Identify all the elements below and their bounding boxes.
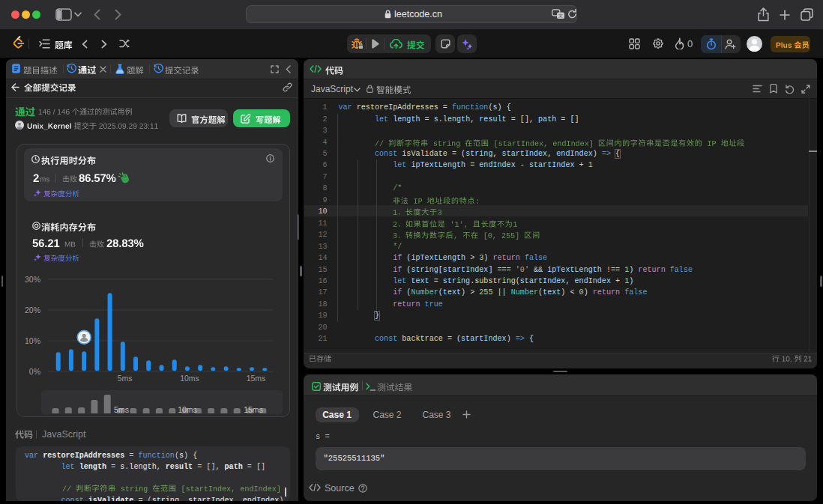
svg-text:文: 文 xyxy=(558,13,563,18)
